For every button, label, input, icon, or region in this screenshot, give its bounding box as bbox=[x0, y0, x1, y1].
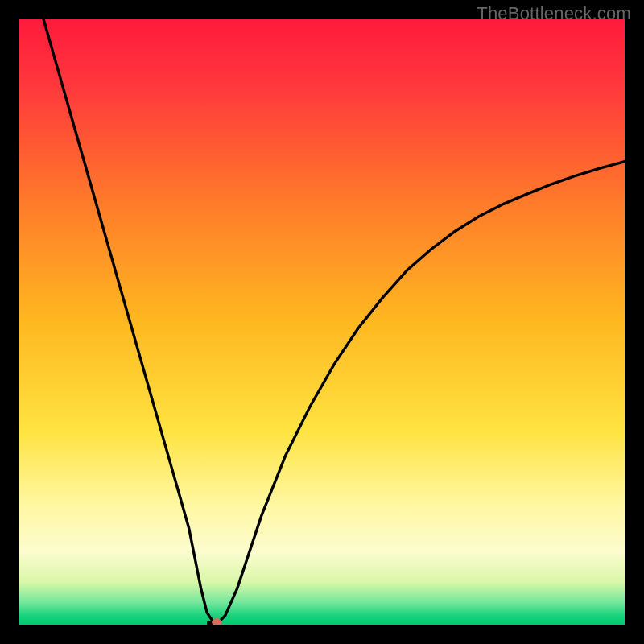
chart-frame: TheBottleneck.com bbox=[0, 0, 644, 644]
bottleneck-chart bbox=[19, 19, 625, 625]
watermark-text: TheBottleneck.com bbox=[477, 3, 631, 24]
gradient-background bbox=[19, 19, 625, 625]
